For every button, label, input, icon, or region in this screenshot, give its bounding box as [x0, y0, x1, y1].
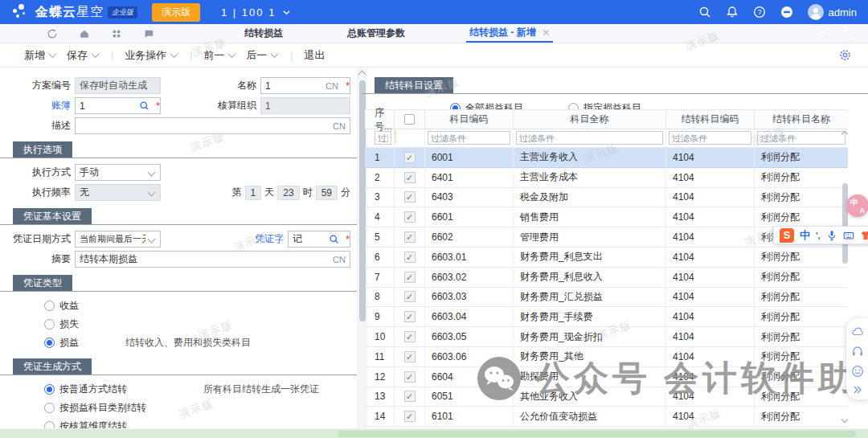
row-checkbox-cell[interactable]: ✓: [395, 347, 425, 367]
seq-cell: 12: [365, 367, 395, 387]
row-checkbox-cell[interactable]: ✓: [395, 248, 425, 268]
table-row[interactable]: 3✓6403税金及附加4104利润分配: [365, 188, 848, 208]
microphone-icon[interactable]: [826, 230, 837, 241]
row-checkbox-cell[interactable]: ✓: [395, 288, 425, 308]
new-button[interactable]: 新增: [24, 48, 55, 63]
ime-punctuation-toggle[interactable]: ',: [816, 231, 821, 240]
next-button[interactable]: 后一: [246, 48, 277, 63]
radio-option-pnl[interactable]: 损益结转收入、费用和损失类科目: [44, 334, 357, 351]
row-checkbox-cell[interactable]: ✓: [395, 367, 425, 387]
row-checkbox-cell[interactable]: ✓: [395, 148, 425, 168]
subject-name-cell: 财务费用_汇兑损益: [514, 288, 666, 308]
ime-language-toggle[interactable]: 中: [800, 228, 810, 243]
description-field[interactable]: CN: [75, 117, 350, 134]
fullscreen-icon[interactable]: [844, 27, 857, 40]
table-row[interactable]: 7✓6603.02财务费用_利息收入4104利润分配: [365, 268, 848, 288]
cloud-icon[interactable]: [851, 325, 864, 338]
filter-input[interactable]: [428, 131, 510, 145]
table-row[interactable]: 9✓6603.04财务费用_手续费4104利润分配: [365, 307, 848, 327]
chevron-down-icon[interactable]: [282, 8, 291, 17]
table-row[interactable]: 1✓6001主营业务收入4104利润分配: [365, 148, 848, 168]
voucher-date-mode-select[interactable]: 当前期间最后一天: [75, 231, 161, 248]
close-tab-icon[interactable]: [542, 29, 550, 36]
headphones-icon[interactable]: [851, 345, 864, 358]
scroll-down-icon[interactable]: [841, 416, 848, 423]
table-row[interactable]: 6✓6603.01财务费用_利息支出4104利润分配: [365, 248, 848, 268]
keyboard-icon[interactable]: [843, 230, 854, 241]
row-checkbox-cell[interactable]: ✓: [395, 307, 425, 327]
expand-more-icon[interactable]: [853, 385, 862, 395]
tab-carryforward-list[interactable]: 结转损益: [241, 24, 286, 43]
row-checkbox-cell[interactable]: ✓: [395, 227, 425, 248]
summary-field[interactable]: CN: [75, 251, 350, 268]
row-checkbox-cell[interactable]: ✓: [395, 188, 425, 208]
radio-option-normal[interactable]: 按普通方式结转所有科目结转生成一张凭证: [44, 381, 357, 398]
subject-name-cell: 财务费用_利息支出: [514, 248, 666, 268]
ime-toolbar[interactable]: S 中 ',: [773, 226, 868, 244]
home-icon[interactable]: [79, 28, 90, 39]
lookup-icon[interactable]: [139, 100, 149, 111]
search-icon[interactable]: [698, 6, 711, 18]
subject-code-cell: 6101: [425, 407, 514, 427]
scrollbar-thumb[interactable]: [842, 183, 848, 264]
translate-icon[interactable]: 中 A: [846, 194, 868, 217]
table-row[interactable]: 4✓6601销售费用4104利润分配: [365, 207, 848, 227]
scrollbar-thumb[interactable]: [338, 431, 856, 437]
exec-mode-select[interactable]: 手动: [75, 164, 161, 181]
checkbox-icon[interactable]: [404, 114, 415, 125]
tab-ledger-params[interactable]: 总账管理参数: [344, 24, 408, 43]
target-name-cell: 利润分配: [755, 307, 848, 327]
filter-input[interactable]: [516, 131, 663, 145]
table-row[interactable]: 11✓6603.06财务费用_其他4104利润分配: [365, 347, 848, 367]
exit-button[interactable]: 退出: [304, 48, 325, 63]
filter-input[interactable]: [375, 131, 391, 145]
previous-button[interactable]: 前一: [203, 48, 235, 63]
table-row[interactable]: 13✓6051其他业务收入4104利润分配: [365, 387, 848, 407]
seq-cell: 11: [365, 347, 395, 367]
org-context-selector[interactable]: 1 | 100 1: [221, 6, 276, 18]
row-checkbox-cell[interactable]: ✓: [395, 327, 425, 347]
select-all-column-header[interactable]: [395, 110, 425, 129]
lookup-icon[interactable]: [329, 234, 339, 244]
tab-carryforward-new[interactable]: 结转损益 - 新增: [466, 24, 553, 43]
user-menu[interactable]: admin: [808, 4, 857, 20]
voucher-word-field[interactable]: [288, 231, 350, 248]
apps-grid-icon[interactable]: [111, 28, 122, 39]
name-field[interactable]: CN: [260, 77, 350, 94]
book-field[interactable]: [75, 97, 161, 114]
table-row[interactable]: 8✓6603.03财务费用_汇兑损益4104利润分配: [365, 288, 848, 308]
table-row[interactable]: 10✓6603.05财务费用_现金折扣4104利润分配: [365, 327, 848, 347]
row-checkbox-cell[interactable]: ✓: [395, 407, 425, 427]
skin-shop-icon[interactable]: [860, 230, 868, 241]
radio-option-loss[interactable]: 损失: [44, 316, 357, 333]
row-checkbox-cell[interactable]: ✓: [395, 387, 425, 407]
table-row[interactable]: 14✓6101公允价值变动损益4104利润分配: [365, 407, 848, 427]
row-checkbox-cell[interactable]: ✓: [395, 268, 425, 288]
settings-gear-icon[interactable]: [838, 48, 852, 62]
notification-bell-icon[interactable]: [726, 6, 739, 18]
business-ops-button[interactable]: 业务操作: [125, 48, 177, 63]
demo-version-badge[interactable]: 演示版: [152, 3, 200, 22]
table-row[interactable]: 12✓6604勘探费用4104利润分配: [365, 367, 848, 387]
collapse-double-chevron-icon[interactable]: [815, 27, 828, 40]
filter-input[interactable]: [757, 131, 845, 145]
help-icon[interactable]: ?: [753, 6, 766, 18]
radio-option-by-dimension[interactable]: 按核算维度结转: [44, 418, 357, 428]
message-icon[interactable]: [143, 28, 154, 39]
row-checkbox-cell[interactable]: ✓: [395, 207, 425, 227]
voucher-word-label-link[interactable]: 凭证字: [227, 232, 284, 246]
sogou-logo-icon[interactable]: S: [780, 228, 794, 243]
radio-option-income[interactable]: 收益: [44, 297, 357, 314]
smiley-icon[interactable]: [851, 365, 864, 378]
scroll-up-icon[interactable]: [841, 131, 848, 137]
exec-freq-select[interactable]: 无: [75, 184, 161, 201]
refresh-icon[interactable]: [47, 28, 58, 39]
radio-option-by-category[interactable]: 按损益科目类别结转: [44, 399, 357, 416]
save-button[interactable]: 保存: [67, 48, 98, 63]
horizontal-scrollbar[interactable]: [0, 428, 868, 438]
book-label-link[interactable]: 账簿: [0, 99, 71, 113]
row-checkbox-cell[interactable]: ✓: [395, 168, 425, 188]
table-row[interactable]: 2✓6401主营业务成本4104利润分配: [365, 168, 848, 188]
do-not-disturb-icon[interactable]: [780, 6, 793, 18]
filter-input[interactable]: [669, 131, 751, 145]
